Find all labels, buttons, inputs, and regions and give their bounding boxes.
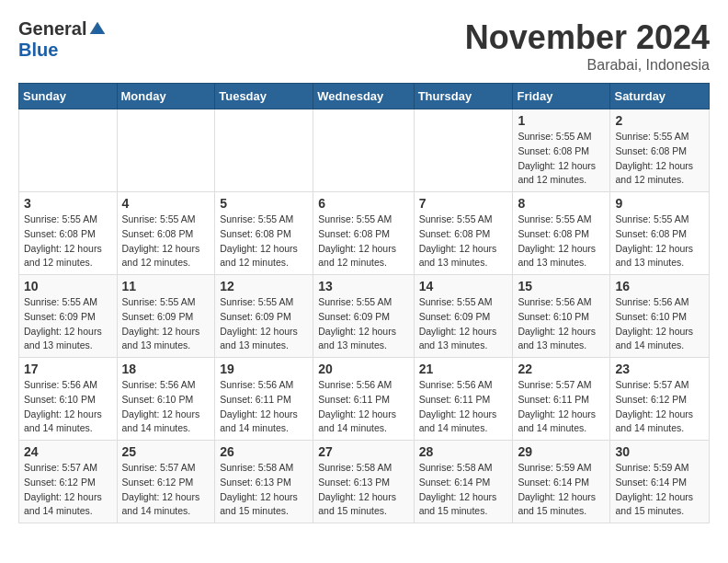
- day-number: 22: [518, 362, 605, 376]
- day-info: Sunrise: 5:56 AM Sunset: 6:10 PM Dayligh…: [24, 378, 112, 436]
- location-subtitle: Barabai, Indonesia: [465, 57, 710, 74]
- calendar-cell: 7Sunrise: 5:55 AM Sunset: 6:08 PM Daylig…: [414, 192, 513, 275]
- page-header: General Blue November 2024 Barabai, Indo…: [18, 18, 710, 74]
- calendar-cell: 11Sunrise: 5:55 AM Sunset: 6:09 PM Dayli…: [117, 275, 215, 358]
- day-number: 10: [24, 279, 112, 293]
- day-info: Sunrise: 5:58 AM Sunset: 6:14 PM Dayligh…: [419, 461, 508, 519]
- calendar-cell: 19Sunrise: 5:56 AM Sunset: 6:11 PM Dayli…: [215, 358, 313, 441]
- day-info: Sunrise: 5:55 AM Sunset: 6:08 PM Dayligh…: [518, 213, 605, 270]
- day-number: 15: [518, 279, 605, 293]
- weekday-header: Sunday: [19, 84, 118, 109]
- day-number: 1: [518, 113, 605, 128]
- calendar-header-row: SundayMondayTuesdayWednesdayThursdayFrid…: [19, 84, 710, 109]
- day-info: Sunrise: 5:55 AM Sunset: 6:08 PM Dayligh…: [220, 213, 308, 270]
- day-info: Sunrise: 5:55 AM Sunset: 6:08 PM Dayligh…: [419, 213, 508, 270]
- calendar-cell: 16Sunrise: 5:56 AM Sunset: 6:10 PM Dayli…: [610, 275, 710, 358]
- day-number: 19: [220, 362, 308, 376]
- day-number: 17: [24, 362, 112, 376]
- calendar-cell: 8Sunrise: 5:55 AM Sunset: 6:08 PM Daylig…: [513, 192, 610, 275]
- calendar-cell: [215, 109, 313, 192]
- calendar-cell: 23Sunrise: 5:57 AM Sunset: 6:12 PM Dayli…: [610, 358, 710, 441]
- calendar-cell: 30Sunrise: 5:59 AM Sunset: 6:14 PM Dayli…: [610, 441, 710, 523]
- calendar-cell: 27Sunrise: 5:58 AM Sunset: 6:13 PM Dayli…: [313, 441, 414, 523]
- weekday-header: Saturday: [610, 84, 710, 109]
- day-info: Sunrise: 5:56 AM Sunset: 6:11 PM Dayligh…: [419, 378, 508, 436]
- calendar-cell: 10Sunrise: 5:55 AM Sunset: 6:09 PM Dayli…: [19, 275, 118, 358]
- day-info: Sunrise: 5:59 AM Sunset: 6:14 PM Dayligh…: [615, 461, 704, 519]
- day-info: Sunrise: 5:55 AM Sunset: 6:09 PM Dayligh…: [419, 295, 508, 353]
- day-number: 26: [220, 444, 308, 459]
- calendar-cell: [117, 109, 215, 192]
- calendar-cell: 6Sunrise: 5:55 AM Sunset: 6:08 PM Daylig…: [313, 192, 414, 275]
- day-number: 29: [518, 444, 605, 459]
- weekday-header: Wednesday: [313, 84, 414, 109]
- calendar-cell: 18Sunrise: 5:56 AM Sunset: 6:10 PM Dayli…: [117, 358, 215, 441]
- calendar-cell: 14Sunrise: 5:55 AM Sunset: 6:09 PM Dayli…: [414, 275, 513, 358]
- day-number: 27: [318, 444, 408, 459]
- day-info: Sunrise: 5:58 AM Sunset: 6:13 PM Dayligh…: [220, 461, 308, 519]
- day-info: Sunrise: 5:57 AM Sunset: 6:11 PM Dayligh…: [518, 378, 605, 436]
- day-number: 2: [615, 113, 704, 128]
- calendar-cell: 21Sunrise: 5:56 AM Sunset: 6:11 PM Dayli…: [414, 358, 513, 441]
- day-info: Sunrise: 5:55 AM Sunset: 6:08 PM Dayligh…: [122, 213, 210, 270]
- day-number: 6: [318, 196, 408, 211]
- calendar-cell: 25Sunrise: 5:57 AM Sunset: 6:12 PM Dayli…: [117, 441, 215, 523]
- day-number: 12: [220, 279, 308, 293]
- day-number: 23: [615, 362, 704, 376]
- month-title: November 2024: [465, 18, 710, 57]
- logo-general-text: General: [18, 18, 86, 40]
- calendar-cell: 9Sunrise: 5:55 AM Sunset: 6:08 PM Daylig…: [610, 192, 710, 275]
- day-number: 7: [419, 196, 508, 211]
- day-number: 13: [318, 279, 408, 293]
- day-info: Sunrise: 5:55 AM Sunset: 6:09 PM Dayligh…: [318, 295, 408, 353]
- day-info: Sunrise: 5:55 AM Sunset: 6:09 PM Dayligh…: [220, 295, 308, 353]
- calendar-week-row: 10Sunrise: 5:55 AM Sunset: 6:09 PM Dayli…: [19, 275, 710, 358]
- day-number: 3: [24, 196, 112, 211]
- calendar-cell: 5Sunrise: 5:55 AM Sunset: 6:08 PM Daylig…: [215, 192, 313, 275]
- calendar-week-row: 1Sunrise: 5:55 AM Sunset: 6:08 PM Daylig…: [19, 109, 710, 192]
- calendar-cell: [19, 109, 118, 192]
- day-info: Sunrise: 5:57 AM Sunset: 6:12 PM Dayligh…: [615, 378, 704, 436]
- logo-icon: [88, 20, 107, 39]
- day-number: 28: [419, 444, 508, 459]
- day-info: Sunrise: 5:55 AM Sunset: 6:09 PM Dayligh…: [24, 295, 112, 353]
- day-info: Sunrise: 5:55 AM Sunset: 6:08 PM Dayligh…: [318, 213, 408, 270]
- day-number: 16: [615, 279, 704, 293]
- calendar-cell: [313, 109, 414, 192]
- day-number: 21: [419, 362, 508, 376]
- day-number: 30: [615, 444, 704, 459]
- weekday-header: Monday: [117, 84, 215, 109]
- day-number: 24: [24, 444, 112, 459]
- calendar-cell: 12Sunrise: 5:55 AM Sunset: 6:09 PM Dayli…: [215, 275, 313, 358]
- day-number: 14: [419, 279, 508, 293]
- calendar-cell: 3Sunrise: 5:55 AM Sunset: 6:08 PM Daylig…: [19, 192, 118, 275]
- calendar-cell: 29Sunrise: 5:59 AM Sunset: 6:14 PM Dayli…: [513, 441, 610, 523]
- calendar-cell: 1Sunrise: 5:55 AM Sunset: 6:08 PM Daylig…: [513, 109, 610, 192]
- weekday-header: Tuesday: [215, 84, 313, 109]
- calendar-cell: 15Sunrise: 5:56 AM Sunset: 6:10 PM Dayli…: [513, 275, 610, 358]
- day-number: 25: [122, 444, 210, 459]
- title-block: November 2024 Barabai, Indonesia: [465, 18, 710, 74]
- calendar-table: SundayMondayTuesdayWednesdayThursdayFrid…: [18, 83, 710, 523]
- day-info: Sunrise: 5:56 AM Sunset: 6:10 PM Dayligh…: [122, 378, 210, 436]
- logo: General Blue: [18, 18, 107, 61]
- day-number: 20: [318, 362, 408, 376]
- day-info: Sunrise: 5:57 AM Sunset: 6:12 PM Dayligh…: [24, 461, 112, 519]
- calendar-cell: 28Sunrise: 5:58 AM Sunset: 6:14 PM Dayli…: [414, 441, 513, 523]
- day-info: Sunrise: 5:57 AM Sunset: 6:12 PM Dayligh…: [122, 461, 210, 519]
- calendar-cell: 4Sunrise: 5:55 AM Sunset: 6:08 PM Daylig…: [117, 192, 215, 275]
- day-info: Sunrise: 5:55 AM Sunset: 6:08 PM Dayligh…: [518, 130, 605, 188]
- day-number: 11: [122, 279, 210, 293]
- logo-blue-text: Blue: [18, 40, 58, 61]
- day-info: Sunrise: 5:58 AM Sunset: 6:13 PM Dayligh…: [318, 461, 408, 519]
- day-number: 4: [122, 196, 210, 211]
- calendar-cell: 20Sunrise: 5:56 AM Sunset: 6:11 PM Dayli…: [313, 358, 414, 441]
- calendar-week-row: 24Sunrise: 5:57 AM Sunset: 6:12 PM Dayli…: [19, 441, 710, 523]
- calendar-cell: [414, 109, 513, 192]
- day-info: Sunrise: 5:55 AM Sunset: 6:08 PM Dayligh…: [24, 213, 112, 270]
- day-info: Sunrise: 5:56 AM Sunset: 6:11 PM Dayligh…: [318, 378, 408, 436]
- calendar-cell: 26Sunrise: 5:58 AM Sunset: 6:13 PM Dayli…: [215, 441, 313, 523]
- day-number: 18: [122, 362, 210, 376]
- day-info: Sunrise: 5:55 AM Sunset: 6:08 PM Dayligh…: [615, 213, 704, 270]
- day-number: 8: [518, 196, 605, 211]
